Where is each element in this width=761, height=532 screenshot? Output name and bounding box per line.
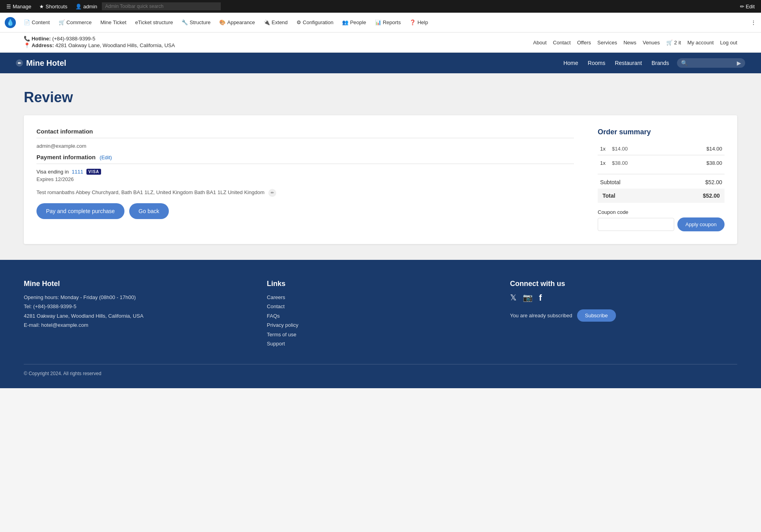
- edit-address-icon[interactable]: ✏: [268, 189, 276, 197]
- nav-eticket-structure[interactable]: eTicket structure: [131, 17, 177, 28]
- logout-link[interactable]: Log out: [720, 40, 737, 46]
- phone-icon: 📞: [24, 36, 30, 42]
- hotline-info: 📞 Hotline: (+84)-9388-9399-5: [24, 36, 175, 42]
- footer-brand-col: Mine Hotel Opening hours: Monday - Frida…: [24, 280, 251, 348]
- appearance-icon: 🎨: [219, 19, 226, 25]
- total-row: Total $52.00: [600, 192, 722, 200]
- nav-configuration[interactable]: ⚙ Configuration: [293, 17, 337, 28]
- nav-commerce[interactable]: 🛒 Commerce: [55, 17, 96, 28]
- people-icon: 👥: [342, 19, 348, 25]
- nav-extend[interactable]: 🔌 Extend: [260, 17, 291, 28]
- instagram-icon[interactable]: 📷: [523, 293, 533, 303]
- ticket-label: Mine Ticket: [100, 19, 126, 25]
- site-search-input[interactable]: [689, 60, 737, 66]
- nav-appearance[interactable]: 🎨 Appearance: [215, 17, 259, 28]
- facebook-icon[interactable]: f: [539, 293, 542, 303]
- link-news[interactable]: News: [623, 40, 637, 46]
- blue-nav-brands[interactable]: Brands: [652, 60, 669, 66]
- footer-link-careers[interactable]: Careers: [267, 293, 494, 302]
- nav-content[interactable]: 📄 Content: [20, 17, 54, 28]
- footer-link-privacy[interactable]: Privacy policy: [267, 320, 494, 330]
- footer-address: 4281 Oakway Lane, Woodland Hills, Califo…: [24, 311, 251, 320]
- payment-title-text: Payment information: [36, 154, 96, 160]
- address-info: 📍 Address: 4281 Oakway Lane, Woodland Hi…: [24, 42, 175, 48]
- admin-toolbar: ☰ Manage ★ Shortcuts 👤 admin ✏ Edit: [0, 0, 761, 13]
- pencil-icon: ✏: [740, 4, 744, 10]
- blue-nav-rooms[interactable]: Rooms: [588, 60, 605, 66]
- blue-nav: ✏ Mine Hotel Home Rooms Restaurant Brand…: [0, 53, 761, 73]
- cart-button[interactable]: 🛒 2 it: [666, 40, 681, 46]
- footer-link-contact[interactable]: Contact: [267, 302, 494, 311]
- address-label: Address:: [32, 42, 54, 48]
- visa-number[interactable]: 1111: [72, 169, 83, 175]
- contact-email: admin@example.com: [36, 143, 574, 149]
- admin-search-input[interactable]: [102, 2, 221, 10]
- nav-help[interactable]: ❓ Help: [405, 17, 432, 28]
- hotline-label: Hotline:: [32, 36, 51, 42]
- config-icon: ⚙: [296, 19, 301, 25]
- order-item-1: 1x $14.00 $14.00: [598, 143, 725, 155]
- search-submit-icon[interactable]: ▶: [737, 60, 741, 66]
- go-back-button[interactable]: Go back: [129, 203, 169, 219]
- admin-label: admin: [83, 4, 97, 10]
- footer-copyright: © Copyright 2024. All rights reserved: [24, 364, 737, 376]
- footer-brand-name: Mine Hotel: [24, 280, 251, 288]
- payment-edit-link[interactable]: (Edit): [99, 154, 112, 160]
- coupon-row: Apply coupon: [598, 217, 725, 231]
- order-item-2: 1x $38.00 $38.00: [598, 155, 725, 170]
- contact-section-title: Contact information: [36, 128, 574, 138]
- link-about[interactable]: About: [533, 40, 547, 46]
- location-icon: 📍: [24, 42, 30, 48]
- twitter-icon[interactable]: 𝕏: [510, 293, 516, 303]
- people-label: People: [350, 19, 366, 25]
- subscribe-section: You are already subscribed Subscribe: [510, 309, 737, 322]
- edit-button[interactable]: ✏ Edit: [737, 2, 758, 11]
- site-search-wrap[interactable]: 🔍 ▶: [677, 58, 745, 68]
- order-items-table: 1x $14.00 $14.00 1x $38.00 $38.00: [598, 143, 725, 169]
- shortcuts-label: Shortcuts: [46, 4, 67, 10]
- footer-link-support[interactable]: Support: [267, 339, 494, 348]
- toolbar-handle[interactable]: ⋮: [751, 19, 756, 26]
- link-venues[interactable]: Venues: [642, 40, 660, 46]
- subscribed-text: You are already subscribed: [510, 313, 572, 318]
- admin-user-button[interactable]: 👤 admin: [72, 2, 100, 11]
- link-contact[interactable]: Contact: [553, 40, 571, 46]
- footer-link-faqs[interactable]: FAQs: [267, 311, 494, 320]
- footer-link-terms[interactable]: Terms of use: [267, 330, 494, 339]
- my-account-link[interactable]: My account: [687, 40, 713, 46]
- nav-mine-ticket[interactable]: Mine Ticket: [96, 17, 130, 28]
- total-value: $52.00: [703, 193, 720, 199]
- blue-nav-links: Home Rooms Restaurant Brands: [563, 60, 669, 66]
- order-summary-title: Order summary: [598, 128, 725, 136]
- visa-badge: VISA: [86, 169, 101, 175]
- manage-button[interactable]: ☰ Manage: [3, 2, 34, 11]
- subscribe-button[interactable]: Subscribe: [577, 309, 616, 322]
- secondary-header: 📞 Hotline: (+84)-9388-9399-5 📍 Address: …: [0, 32, 761, 53]
- visa-ending-text: Visa ending in 1111: [36, 169, 83, 175]
- coupon-input[interactable]: [598, 218, 674, 231]
- footer-grid: Mine Hotel Opening hours: Monday - Frida…: [24, 280, 737, 348]
- shortcuts-button[interactable]: ★ Shortcuts: [36, 2, 71, 11]
- nav-structure[interactable]: 🔧 Structure: [178, 17, 214, 28]
- blue-nav-restaurant[interactable]: Restaurant: [615, 60, 642, 66]
- link-services[interactable]: Services: [597, 40, 617, 46]
- pay-button[interactable]: Pay and complete purchase: [36, 203, 124, 219]
- apply-coupon-button[interactable]: Apply coupon: [677, 217, 725, 231]
- blue-nav-home[interactable]: Home: [563, 60, 578, 66]
- edit-label: Edit: [746, 4, 755, 10]
- footer-email: E-mail: hotel@example.com: [24, 320, 251, 330]
- right-section: Order summary 1x $14.00 $14.00 1x $38.00…: [598, 128, 725, 231]
- item1-total: $14.00: [667, 143, 725, 155]
- nav-reports[interactable]: 📊 Reports: [371, 17, 405, 28]
- user-icon: 👤: [75, 4, 82, 10]
- cart-icon: 🛒: [666, 40, 673, 46]
- site-brand: ✏ Mine Hotel: [16, 59, 66, 68]
- item2-qty: 1x: [598, 155, 610, 170]
- top-nav: 💧 📄 Content 🛒 Commerce Mine Ticket eTick…: [0, 13, 761, 32]
- edit-icon-brand[interactable]: ✏: [16, 59, 23, 67]
- main-content: Review Contact information admin@example…: [0, 73, 761, 260]
- subtotal-row: Subtotal $52.00: [598, 178, 725, 186]
- nav-people[interactable]: 👥 People: [338, 17, 370, 28]
- link-offers[interactable]: Offers: [577, 40, 591, 46]
- total-label: Total: [602, 193, 615, 199]
